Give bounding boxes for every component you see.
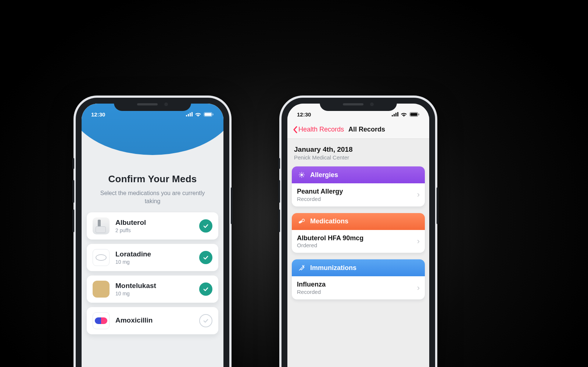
notch <box>114 98 191 111</box>
power-button[interactable] <box>231 187 233 224</box>
visit-date: January 4th, 2018 <box>294 145 423 154</box>
page-title: Confirm Your Meds <box>92 173 213 185</box>
volume-down[interactable] <box>72 209 74 232</box>
medication-dose: 10 mg <box>115 259 193 265</box>
heading-group: Confirm Your Meds Select the medications… <box>82 166 223 207</box>
back-button[interactable]: Health Records <box>293 126 344 133</box>
section-label: Immunizations <box>310 264 356 272</box>
svg-point-8 <box>302 219 305 222</box>
record-item: Albuterol HFA 90mcg <box>297 234 413 242</box>
record-status: Recorded <box>297 196 413 202</box>
section-medications: Medications Albuterol HFA 90mcg Ordered … <box>292 213 425 253</box>
mute-switch[interactable] <box>278 158 280 169</box>
volume-up[interactable] <box>278 180 280 203</box>
check-toggle[interactable] <box>199 283 212 296</box>
device-frame: 12:30 Confirm Your Meds <box>74 96 232 367</box>
section-allergies: Allergies Peanut Allergy Recorded › <box>292 166 425 206</box>
medication-name: Albuterol <box>115 219 193 227</box>
record-row[interactable]: Peanut Allergy Recorded › <box>292 183 425 206</box>
chevron-right-icon: › <box>417 237 420 246</box>
section-header[interactable]: Allergies <box>292 166 425 183</box>
pill-square-icon <box>93 281 110 298</box>
wifi-icon <box>195 112 201 117</box>
section-header[interactable]: Medications <box>292 213 425 230</box>
battery-icon <box>204 112 214 117</box>
record-item: Influenza <box>297 281 413 288</box>
medication-row-amoxicillin[interactable]: Amoxicillin <box>87 307 218 334</box>
section-immunizations: Immunizations Influenza Recorded › <box>292 259 425 299</box>
check-toggle[interactable] <box>199 251 212 264</box>
device-frame: 12:30 Health Records <box>279 96 437 367</box>
section-label: Allergies <box>310 171 338 179</box>
record-row[interactable]: Influenza Recorded › <box>292 276 425 299</box>
medication-row-loratadine[interactable]: Loratadine 10 mg <box>87 244 218 271</box>
record-status: Ordered <box>297 242 413 248</box>
notch <box>320 98 397 111</box>
record-row[interactable]: Albuterol HFA 90mcg Ordered › <box>292 230 425 253</box>
medication-name: Montelukast <box>115 282 193 290</box>
date-header: January 4th, 2018 Penick Medical Center <box>287 139 429 163</box>
svg-rect-1 <box>205 113 212 116</box>
status-icons <box>186 112 214 117</box>
phone-confirm-meds: 12:30 Confirm Your Meds <box>74 96 232 367</box>
medication-name: Loratadine <box>115 250 193 258</box>
power-button[interactable] <box>437 187 438 224</box>
status-time: 12:30 <box>91 111 105 118</box>
allergy-icon <box>298 171 306 179</box>
page-subtitle: Select the medications you are currently… <box>92 189 213 205</box>
medication-dose: 2 puffs <box>115 227 193 233</box>
syringe-icon <box>298 264 306 272</box>
volume-down[interactable] <box>278 209 280 232</box>
svg-point-6 <box>301 174 303 176</box>
section-label: Medications <box>310 217 348 225</box>
inhaler-icon <box>93 217 110 234</box>
medication-dose: 10 mg <box>115 291 193 296</box>
tablet-icon <box>93 249 110 266</box>
medication-row-albuterol[interactable]: Albuterol 2 puffs <box>87 212 218 240</box>
check-toggle[interactable] <box>199 314 212 327</box>
svg-rect-4 <box>410 113 417 116</box>
status-icons <box>392 112 420 117</box>
visit-place: Penick Medical Center <box>294 154 423 161</box>
status-time: 12:30 <box>297 111 311 118</box>
capsule-icon <box>93 312 110 329</box>
battery-icon <box>409 112 420 117</box>
record-item: Peanut Allergy <box>297 188 413 195</box>
volume-up[interactable] <box>72 180 74 203</box>
medication-row-montelukast[interactable]: Montelukast 10 mg <box>87 276 218 303</box>
record-status: Recorded <box>297 289 413 295</box>
chevron-right-icon: › <box>417 190 420 199</box>
svg-rect-5 <box>419 114 419 115</box>
chevron-left-icon <box>293 126 298 133</box>
cellular-icon <box>392 112 398 116</box>
medication-list: Albuterol 2 puffs Loratadine 10 mg <box>82 207 223 334</box>
svg-rect-2 <box>213 114 214 115</box>
chevron-right-icon: › <box>417 283 420 293</box>
phone-health-records: 12:30 Health Records <box>279 96 437 367</box>
nav-title: All Records <box>348 126 385 133</box>
back-label: Health Records <box>298 126 344 133</box>
wifi-icon <box>401 112 407 117</box>
mute-switch[interactable] <box>72 158 74 169</box>
medication-name: Amoxicillin <box>115 316 193 324</box>
check-toggle[interactable] <box>199 219 212 233</box>
pills-icon <box>298 217 306 226</box>
screen: 12:30 Health Records <box>287 104 429 367</box>
screen: 12:30 Confirm Your Meds <box>82 104 223 367</box>
section-header[interactable]: Immunizations <box>292 259 425 276</box>
records-groups: Allergies Peanut Allergy Recorded › <box>287 163 429 299</box>
cellular-icon <box>186 112 193 116</box>
